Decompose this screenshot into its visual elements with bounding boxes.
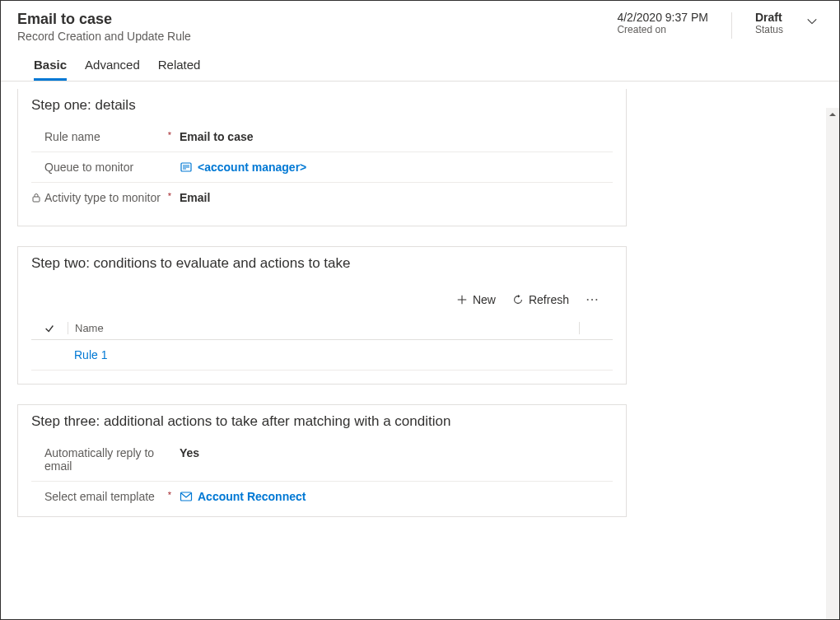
required-marker: * [168, 191, 171, 201]
queue-label: Queue to monitor [31, 161, 133, 174]
step-two-section: Step two: conditions to evaluate and act… [17, 246, 627, 385]
step-one-section: Step one: details Rule name * Email to c… [17, 89, 627, 226]
auto-reply-value[interactable]: Yes [180, 446, 199, 459]
queue-lookup[interactable]: <account manager> [180, 161, 306, 174]
required-marker: * [168, 130, 171, 140]
field-email-template: Select email template * Account Reconnec… [31, 482, 613, 511]
field-auto-reply: Automatically reply to email Yes [31, 438, 613, 482]
refresh-label: Refresh [529, 293, 569, 306]
email-template-icon [180, 490, 193, 503]
refresh-icon [512, 294, 524, 305]
required-marker: * [168, 490, 171, 500]
vertical-scrollbar[interactable] [826, 108, 839, 619]
refresh-button[interactable]: Refresh [512, 293, 569, 306]
status-label: Status [755, 24, 783, 35]
row-name-link[interactable]: Rule 1 [68, 348, 107, 361]
status-block: Draft Status [749, 11, 790, 35]
meta-divider [731, 12, 732, 39]
more-commands-button[interactable]: ⋯ [586, 291, 600, 307]
template-value: Account Reconnect [198, 490, 306, 503]
plus-icon [456, 294, 468, 305]
field-rule-name: Rule name * Email to case [31, 122, 613, 152]
tabs: Basic Advanced Related [17, 43, 610, 81]
expand-header-button[interactable] [806, 16, 823, 30]
status-value: Draft [755, 11, 783, 24]
svg-rect-1 [33, 197, 40, 202]
queue-icon [180, 161, 193, 174]
step-three-title: Step three: additional actions to take a… [31, 413, 613, 430]
activity-type-label: Activity type to monitor [44, 191, 161, 204]
grid-header: Name [31, 317, 613, 340]
chevron-down-icon [806, 16, 818, 27]
field-queue: Queue to monitor <account manager> [31, 152, 613, 183]
lock-icon [31, 193, 41, 203]
rule-name-value[interactable]: Email to case [180, 130, 254, 143]
step-three-section: Step three: additional actions to take a… [17, 404, 627, 517]
tab-advanced[interactable]: Advanced [85, 58, 140, 81]
created-on-block: 4/2/2020 9:37 PM Created on [610, 11, 715, 35]
grid-toolbar: New Refresh ⋯ [31, 280, 613, 314]
column-header-name[interactable]: Name [68, 322, 580, 334]
select-all-column[interactable] [31, 323, 68, 334]
tab-related[interactable]: Related [158, 58, 201, 81]
created-on-value: 4/2/2020 9:37 PM [617, 11, 708, 24]
new-button[interactable]: New [456, 293, 496, 306]
tab-basic[interactable]: Basic [34, 58, 67, 81]
queue-value: <account manager> [198, 161, 306, 174]
rules-grid: Name Rule 1 [31, 317, 613, 371]
header-right: 4/2/2020 9:37 PM Created on Draft Status [610, 11, 823, 39]
template-label: Select email template [31, 490, 155, 503]
page-title: Email to case [17, 11, 610, 28]
header-left: Email to case Record Creation and Update… [17, 11, 610, 81]
field-activity-type: Activity type to monitor * Email [31, 183, 613, 212]
step-two-title: Step two: conditions to evaluate and act… [31, 255, 613, 272]
rule-name-label: Rule name [31, 130, 100, 143]
page-subtitle: Record Creation and Update Rule [17, 30, 610, 43]
table-row[interactable]: Rule 1 [31, 340, 613, 371]
created-on-label: Created on [617, 24, 708, 35]
checkmark-icon [44, 323, 55, 334]
content: Step one: details Rule name * Email to c… [1, 82, 839, 601]
page-header: Email to case Record Creation and Update… [1, 1, 839, 82]
template-lookup[interactable]: Account Reconnect [180, 490, 306, 503]
activity-type-value: Email [180, 191, 210, 204]
step-one-title: Step one: details [31, 97, 613, 114]
new-label: New [473, 293, 496, 306]
scroll-up-arrow[interactable] [826, 108, 839, 121]
auto-reply-label: Automatically reply to email [31, 446, 180, 473]
